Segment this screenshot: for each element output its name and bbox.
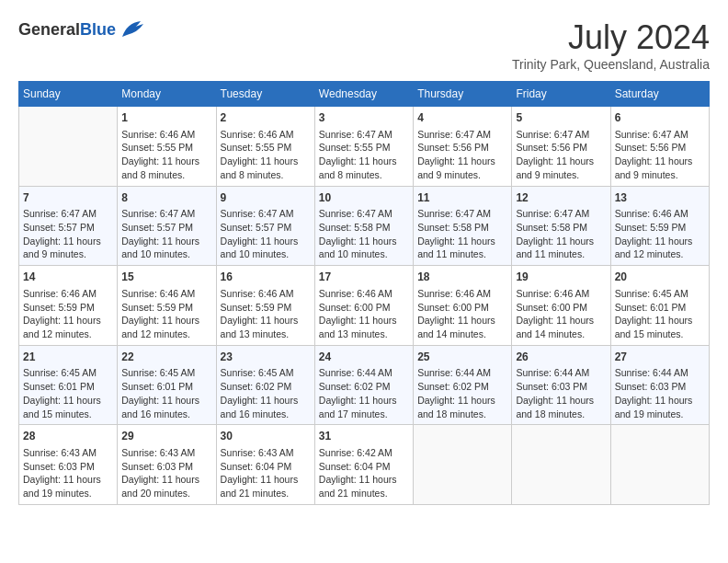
- day-number: 1: [121, 110, 211, 126]
- day-number: 8: [121, 190, 211, 206]
- day-info: and 16 minutes.: [221, 408, 311, 421]
- day-info: and 11 minutes.: [516, 247, 606, 261]
- day-info: and 9 minutes.: [417, 168, 507, 182]
- day-info: Daylight: 11 hours: [319, 155, 409, 168]
- day-info: and 11 minutes.: [417, 247, 507, 261]
- day-info: Sunrise: 6:46 AM: [516, 287, 606, 301]
- day-number: 30: [221, 429, 311, 444]
- day-info: Daylight: 11 hours: [516, 235, 606, 248]
- day-info: and 16 minutes.: [121, 408, 211, 421]
- calendar-cell: 28Sunrise: 6:43 AMSunset: 6:03 PMDayligh…: [19, 425, 118, 505]
- calendar-cell: 23Sunrise: 6:45 AMSunset: 6:02 PMDayligh…: [216, 345, 314, 425]
- day-info: and 20 minutes.: [121, 487, 211, 500]
- day-number: 24: [319, 350, 409, 365]
- day-info: Daylight: 11 hours: [121, 155, 211, 168]
- logo-blue: Blue: [80, 20, 116, 39]
- location-title: Trinity Park, Queensland, Australia: [512, 57, 710, 72]
- logo: GeneralBlue: [18, 18, 145, 41]
- day-info: Sunrise: 6:47 AM: [121, 207, 211, 221]
- day-info: Sunset: 5:59 PM: [121, 301, 211, 315]
- day-info: Sunset: 5:59 PM: [221, 301, 311, 315]
- weekday-header-thursday: Thursday: [414, 82, 512, 107]
- day-info: Sunset: 6:03 PM: [615, 380, 705, 394]
- day-number: 3: [319, 110, 409, 126]
- calendar-cell: 20Sunrise: 6:45 AMSunset: 6:01 PMDayligh…: [610, 266, 709, 346]
- calendar-cell: 8Sunrise: 6:47 AMSunset: 5:57 PMDaylight…: [118, 186, 216, 266]
- day-number: 13: [615, 190, 705, 206]
- calendar-cell: 9Sunrise: 6:47 AMSunset: 5:57 PMDaylight…: [216, 186, 314, 266]
- day-info: and 8 minutes.: [121, 168, 211, 182]
- day-info: Sunset: 5:59 PM: [23, 301, 113, 315]
- day-info: Sunrise: 6:45 AM: [23, 366, 113, 380]
- day-info: Sunrise: 6:46 AM: [23, 287, 113, 301]
- day-info: and 12 minutes.: [23, 327, 113, 341]
- day-number: 20: [615, 270, 705, 285]
- day-info: Sunrise: 6:45 AM: [121, 366, 211, 380]
- day-info: Daylight: 11 hours: [221, 473, 311, 487]
- day-number: 5: [516, 110, 606, 126]
- day-info: Sunset: 6:01 PM: [121, 380, 211, 394]
- day-info: Daylight: 11 hours: [615, 314, 705, 327]
- day-info: Daylight: 11 hours: [516, 314, 606, 327]
- day-info: Sunset: 5:55 PM: [121, 141, 211, 155]
- day-info: Daylight: 11 hours: [23, 394, 113, 408]
- day-info: and 14 minutes.: [516, 327, 606, 341]
- day-info: Sunset: 5:58 PM: [319, 221, 409, 235]
- day-info: Sunset: 6:03 PM: [23, 460, 113, 474]
- weekday-header-wednesday: Wednesday: [314, 82, 413, 107]
- day-number: 22: [121, 350, 211, 365]
- day-info: Daylight: 11 hours: [319, 473, 409, 487]
- weekday-header-monday: Monday: [118, 82, 216, 107]
- day-number: 25: [417, 350, 507, 365]
- day-info: Daylight: 11 hours: [516, 155, 606, 168]
- day-info: Sunrise: 6:47 AM: [23, 207, 113, 221]
- calendar-cell: 15Sunrise: 6:46 AMSunset: 5:59 PMDayligh…: [118, 266, 216, 346]
- day-info: Sunset: 6:02 PM: [319, 380, 409, 394]
- calendar-cell: 26Sunrise: 6:44 AMSunset: 6:03 PMDayligh…: [512, 345, 610, 425]
- day-info: Sunset: 6:04 PM: [319, 460, 409, 474]
- day-number: 2: [221, 110, 311, 126]
- day-info: Sunset: 5:56 PM: [417, 141, 507, 155]
- day-info: Daylight: 11 hours: [121, 473, 211, 487]
- day-number: 7: [23, 190, 113, 206]
- day-info: Daylight: 11 hours: [23, 235, 113, 248]
- weekday-header-row: SundayMondayTuesdayWednesdayThursdayFrid…: [19, 82, 710, 107]
- day-info: Sunset: 5:58 PM: [417, 221, 507, 235]
- day-info: Sunrise: 6:46 AM: [121, 287, 211, 301]
- day-info: Daylight: 11 hours: [417, 394, 507, 408]
- day-info: Daylight: 11 hours: [417, 314, 507, 327]
- calendar-table: SundayMondayTuesdayWednesdayThursdayFrid…: [18, 81, 710, 505]
- calendar-cell: 18Sunrise: 6:46 AMSunset: 6:00 PMDayligh…: [414, 266, 512, 346]
- day-info: Daylight: 11 hours: [221, 394, 311, 408]
- day-number: 6: [615, 110, 705, 126]
- day-info: Sunrise: 6:47 AM: [221, 207, 311, 221]
- day-info: Daylight: 11 hours: [615, 155, 705, 168]
- day-number: 16: [221, 270, 311, 285]
- calendar-cell: 30Sunrise: 6:43 AMSunset: 6:04 PMDayligh…: [216, 425, 314, 505]
- day-info: Daylight: 11 hours: [221, 314, 311, 327]
- day-info: Daylight: 11 hours: [319, 235, 409, 248]
- calendar-cell: 16Sunrise: 6:46 AMSunset: 5:59 PMDayligh…: [216, 266, 314, 346]
- calendar-cell: 10Sunrise: 6:47 AMSunset: 5:58 PMDayligh…: [314, 186, 413, 266]
- day-info: Sunrise: 6:44 AM: [417, 366, 507, 380]
- day-info: Daylight: 11 hours: [221, 155, 311, 168]
- day-info: Sunrise: 6:47 AM: [417, 207, 507, 221]
- week-row-4: 21Sunrise: 6:45 AMSunset: 6:01 PMDayligh…: [19, 345, 710, 425]
- day-info: Sunrise: 6:46 AM: [319, 287, 409, 301]
- day-info: Sunrise: 6:46 AM: [417, 287, 507, 301]
- calendar-cell: [610, 425, 709, 505]
- logo-bird-icon: [118, 18, 145, 41]
- calendar-cell: 19Sunrise: 6:46 AMSunset: 6:00 PMDayligh…: [512, 266, 610, 346]
- day-info: Sunrise: 6:44 AM: [615, 366, 705, 380]
- day-info: Sunrise: 6:46 AM: [221, 128, 311, 142]
- weekday-header-sunday: Sunday: [19, 82, 118, 107]
- day-info: Daylight: 11 hours: [417, 155, 507, 168]
- day-number: 17: [319, 270, 409, 285]
- day-info: and 9 minutes.: [516, 168, 606, 182]
- calendar-cell: 12Sunrise: 6:47 AMSunset: 5:58 PMDayligh…: [512, 186, 610, 266]
- calendar-cell: 1Sunrise: 6:46 AMSunset: 5:55 PMDaylight…: [118, 107, 216, 187]
- calendar-cell: [19, 107, 118, 187]
- week-row-1: 1Sunrise: 6:46 AMSunset: 5:55 PMDaylight…: [19, 107, 710, 187]
- day-number: 29: [121, 429, 211, 444]
- day-number: 11: [417, 190, 507, 206]
